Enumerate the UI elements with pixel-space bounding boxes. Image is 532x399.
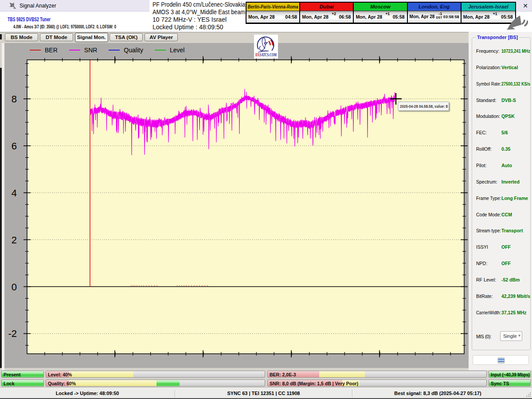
status-bar-snr: SNR: 8,0 dB (Margin: 1,5 dB | Very Poor) bbox=[267, 379, 487, 387]
transponder-label: Code Mode: bbox=[476, 212, 501, 217]
device-button[interactable] bbox=[473, 355, 529, 365]
status-bar: Locked -> Uptime: 48:09:50 SYNC 63 | TEI… bbox=[0, 388, 532, 398]
transponder-value: QPSK bbox=[501, 113, 515, 119]
clock-dst-label: DST bbox=[436, 16, 442, 19]
feed-info-text: 10 722 MHz-V : YES Israel bbox=[153, 16, 227, 23]
transponder-label: RF Level: bbox=[476, 277, 496, 282]
y-axis-label: 0 bbox=[12, 282, 17, 293]
transponder-groupbox: Transponder [BS] Frequency:10723,241 MHz… bbox=[472, 37, 531, 350]
clock-time-value: 03:58:58 bbox=[443, 15, 459, 19]
transponder-row: Stream type:Transport bbox=[472, 228, 531, 234]
feed-info-text: Locked Uptime : 48:09:50 bbox=[153, 23, 223, 31]
clock-city-label: Berlin-Paris-Vienna-Roma bbox=[246, 3, 299, 11]
statusbar-best-signal: Best signal: 8,3 dB (2025-04-27 05:17) bbox=[352, 391, 523, 396]
clock-berlin-paris-vienna-roma: Berlin-Paris-Vienna-RomaMon, Apr 2804:58 bbox=[246, 3, 300, 23]
clock-date: Mon, Apr 28 bbox=[302, 14, 329, 20]
transponder-value: 42,239 Mbit/s bbox=[501, 293, 530, 299]
clock-utc-offset: +2 bbox=[332, 12, 336, 16]
feed-info-text: AMOS 3 at 4,0°W_Middle East beam bbox=[153, 8, 245, 16]
clock-london-eng: London, EngMon, Apr 28-1DST03:58:58 bbox=[408, 3, 462, 23]
mis-value: Single bbox=[503, 333, 517, 339]
status-bar-present: Present bbox=[1, 371, 44, 378]
world-clocks: Berlin-Paris-Vienna-RomaMon, Apr 2804:58… bbox=[246, 2, 516, 24]
clock-time-value: 06:58 bbox=[339, 14, 351, 20]
feed-info-text: PF Prodelin 450 cm/Lučenec-Slovakia bbox=[153, 1, 245, 8]
transponder-label: Spectrum: bbox=[476, 179, 497, 184]
clock-time-value: 04:58 bbox=[285, 14, 297, 20]
statusbar-uptime: Locked -> Uptime: 48:09:50 bbox=[0, 391, 175, 396]
mis-label: MIS (0): bbox=[476, 334, 491, 339]
clock-date: Mon, Apr 28 bbox=[463, 14, 490, 20]
svg-text:DXSATCS.COM: DXSATCS.COM bbox=[255, 52, 277, 57]
transponder-row: Frame Type:Long Frame bbox=[472, 196, 531, 202]
feed-info-line: Locked Uptime : 48:09:50 bbox=[149, 23, 246, 31]
clock-time-row: Mon, Apr 28+105:58 bbox=[354, 11, 407, 23]
clock-city-text: Berlin-Paris-Vienna-Roma bbox=[248, 4, 298, 9]
tab-dt-mode[interactable]: DT Mode bbox=[40, 33, 73, 41]
chart-plot[interactable]: -202468 bbox=[4, 43, 469, 368]
transponder-value: Auto bbox=[501, 163, 512, 168]
status-label-lock: Lock bbox=[4, 381, 15, 386]
status-label-level: Level: 40% bbox=[48, 372, 72, 377]
transponder-label: BitRate: bbox=[476, 293, 493, 299]
transponder-row: Code Mode:CCM bbox=[472, 212, 531, 218]
y-axis-label: 4 bbox=[12, 188, 17, 199]
clock-city-label: Dubai bbox=[300, 3, 353, 11]
tab-bs-mode[interactable]: BS Mode bbox=[5, 33, 38, 41]
progress-fill bbox=[156, 380, 180, 386]
statusbar-sync: SYNC 63 | TEI 12351 | CC 11908 bbox=[175, 391, 352, 396]
window-title: Signal Analyzer bbox=[20, 3, 56, 9]
status-label-snr: SNR: 8,0 dB (Margin: 1,5 dB | Very Poor) bbox=[270, 381, 358, 386]
y-axis-label: 8 bbox=[12, 94, 17, 105]
transponder-label: Standard: bbox=[476, 98, 497, 103]
status-label-sync: Sync TS bbox=[491, 381, 509, 386]
legend-label-quality: Quality bbox=[124, 47, 143, 54]
tab-tsa-ok-[interactable]: TSA (OK) bbox=[110, 33, 143, 41]
transponder-value: OFF bbox=[501, 244, 511, 250]
legend-line-snr bbox=[69, 50, 80, 51]
transponder-label: Modulation: bbox=[476, 113, 500, 119]
right-panel: Transponder [BS] Frequency:10723,241 MHz… bbox=[469, 32, 532, 370]
transponder-label: Stream type: bbox=[476, 228, 501, 233]
clock-moscow: MoscowMon, Apr 28+105:58 bbox=[354, 3, 407, 23]
logo-rest: SATCS.COM bbox=[260, 52, 277, 57]
transponder-value: OFF bbox=[501, 261, 511, 266]
progress-fill bbox=[69, 371, 133, 377]
transponder-label: Pilot: bbox=[476, 163, 486, 168]
status-label-quality: Quality: 60% bbox=[48, 381, 76, 386]
status-bar-level: Level: 40% bbox=[46, 371, 265, 378]
close-icon[interactable]: ✕ bbox=[521, 2, 530, 11]
feed-info-line: AMOS 3 at 4,0°W_Middle East beam bbox=[149, 8, 246, 16]
resize-grip[interactable] bbox=[526, 392, 531, 397]
transponder-value: -52 dBm bbox=[501, 277, 520, 282]
clock-city-label: Moscow bbox=[354, 3, 407, 11]
transponder-value: 0.35 bbox=[501, 146, 510, 152]
transponder-value: CCM bbox=[501, 212, 512, 217]
tab-av-player[interactable]: AV Player bbox=[145, 33, 178, 41]
feed-info-line: PF Prodelin 450 cm/Lučenec-Slovakia bbox=[149, 1, 246, 8]
clock-city-text: Jerusalem-Israel bbox=[468, 4, 509, 9]
transponder-row: Standard:DVB-S bbox=[472, 98, 531, 104]
transponder-value: Long Frame bbox=[501, 196, 528, 201]
left-edge-notch bbox=[0, 34, 2, 39]
chart-tooltip-text: 2025-04-28 04.58.58, value: 8 bbox=[400, 102, 448, 110]
clock-utc-offset: -1 bbox=[439, 12, 442, 16]
transponder-label: RollOff: bbox=[476, 146, 492, 152]
logo-dx: DX bbox=[255, 52, 260, 57]
clock-date: Mon, Apr 28 bbox=[248, 14, 275, 20]
mis-combobox[interactable]: Single ▾ bbox=[500, 331, 522, 341]
legend-label-snr: SNR bbox=[84, 47, 98, 54]
tab-signal-mon-[interactable]: Signal Mon. bbox=[75, 33, 108, 42]
progress-fill bbox=[319, 371, 365, 377]
transponder-row: Polarization:Vertical bbox=[472, 65, 531, 71]
transponder-label: NPD: bbox=[476, 261, 487, 266]
legend-label-level: Level bbox=[170, 47, 184, 54]
transponder-row: NPD:OFF bbox=[472, 261, 531, 267]
clock-date: Mon, Apr 28 bbox=[356, 14, 382, 20]
clock-city-text: Dubai bbox=[320, 4, 334, 9]
status-bar-ber: BER: 2,0E-3 bbox=[267, 371, 487, 378]
transponder-label: CarrierWidth: bbox=[476, 310, 501, 315]
status-label-ber: BER: 2,0E-3 bbox=[270, 372, 296, 377]
status-bar-input: Input (~40,39 Mbps) bbox=[489, 371, 531, 378]
chart-tooltip: 2025-04-28 04.58.58, value: 8 bbox=[398, 102, 449, 111]
